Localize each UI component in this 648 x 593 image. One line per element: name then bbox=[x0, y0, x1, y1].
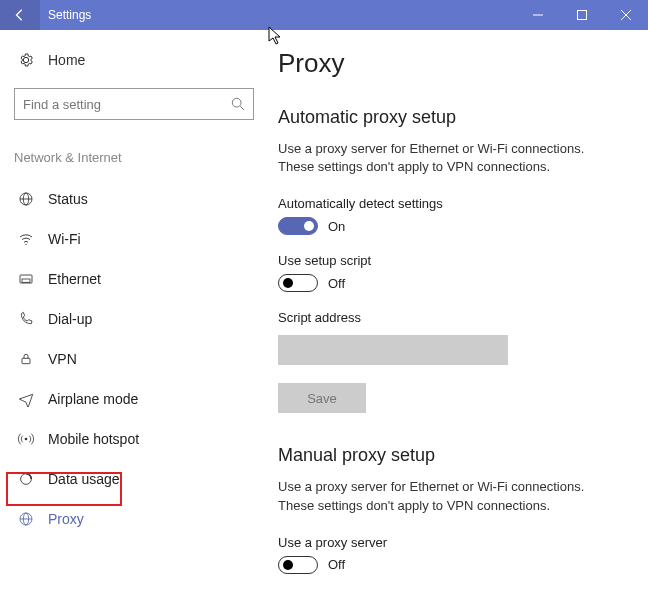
script-address-label: Script address bbox=[278, 310, 620, 325]
nav-list: Status Wi-Fi Ethernet Dial-up VPN Airpla… bbox=[14, 179, 268, 539]
search-field[interactable] bbox=[23, 97, 223, 112]
sidebar: Home Network & Internet Status Wi-Fi Eth… bbox=[0, 30, 268, 593]
page-title: Proxy bbox=[278, 48, 620, 79]
script-label: Use setup script bbox=[278, 253, 620, 268]
sidebar-item-label: Status bbox=[48, 191, 88, 207]
sidebar-item-label: Dial-up bbox=[48, 311, 92, 327]
svg-point-13 bbox=[25, 438, 28, 441]
home-button[interactable]: Home bbox=[14, 48, 268, 72]
sidebar-item-label: Mobile hotspot bbox=[48, 431, 139, 447]
svg-line-5 bbox=[240, 106, 244, 110]
sidebar-item-label: Airplane mode bbox=[48, 391, 138, 407]
detect-toggle[interactable] bbox=[278, 217, 318, 235]
sidebar-item-wifi[interactable]: Wi-Fi bbox=[14, 219, 268, 259]
globe-icon bbox=[14, 511, 38, 527]
sidebar-item-status[interactable]: Status bbox=[14, 179, 268, 219]
svg-point-9 bbox=[25, 244, 26, 245]
script-address-input[interactable] bbox=[278, 335, 508, 365]
manual-desc: Use a proxy server for Ethernet or Wi-Fi… bbox=[278, 478, 618, 514]
script-toggle[interactable] bbox=[278, 274, 318, 292]
arrow-left-icon bbox=[13, 8, 27, 22]
airplane-icon bbox=[14, 391, 38, 407]
globe-icon bbox=[14, 191, 38, 207]
svg-rect-1 bbox=[578, 11, 587, 20]
home-label: Home bbox=[48, 52, 85, 68]
use-proxy-state: Off bbox=[328, 557, 345, 572]
auto-desc: Use a proxy server for Ethernet or Wi-Fi… bbox=[278, 140, 618, 176]
detect-label: Automatically detect settings bbox=[278, 196, 620, 211]
phone-icon bbox=[14, 311, 38, 327]
maximize-icon bbox=[577, 10, 587, 20]
sidebar-item-vpn[interactable]: VPN bbox=[14, 339, 268, 379]
sidebar-item-ethernet[interactable]: Ethernet bbox=[14, 259, 268, 299]
sidebar-item-label: Proxy bbox=[48, 511, 84, 527]
sidebar-item-datausage[interactable]: Data usage bbox=[14, 459, 268, 499]
hotspot-icon bbox=[14, 431, 38, 447]
use-proxy-label: Use a proxy server bbox=[278, 535, 620, 550]
svg-point-4 bbox=[232, 98, 241, 107]
main-content: Proxy Automatic proxy setup Use a proxy … bbox=[268, 30, 648, 593]
vpn-icon bbox=[14, 351, 38, 367]
maximize-button[interactable] bbox=[560, 0, 604, 30]
sidebar-item-dialup[interactable]: Dial-up bbox=[14, 299, 268, 339]
sidebar-item-label: VPN bbox=[48, 351, 77, 367]
sidebar-item-label: Wi-Fi bbox=[48, 231, 81, 247]
sidebar-item-hotspot[interactable]: Mobile hotspot bbox=[14, 419, 268, 459]
window-title: Settings bbox=[48, 8, 91, 22]
save-button[interactable]: Save bbox=[278, 383, 366, 413]
back-button[interactable] bbox=[0, 0, 40, 30]
sidebar-item-proxy[interactable]: Proxy bbox=[14, 499, 268, 539]
sidebar-item-label: Data usage bbox=[48, 471, 120, 487]
svg-rect-12 bbox=[22, 358, 30, 363]
use-proxy-toggle[interactable] bbox=[278, 556, 318, 574]
minimize-icon bbox=[533, 10, 543, 20]
wifi-icon bbox=[14, 231, 38, 247]
close-button[interactable] bbox=[604, 0, 648, 30]
gear-icon bbox=[14, 52, 38, 68]
auto-heading: Automatic proxy setup bbox=[278, 107, 620, 128]
search-icon bbox=[231, 97, 245, 111]
svg-rect-11 bbox=[22, 279, 30, 282]
manual-heading: Manual proxy setup bbox=[278, 445, 620, 466]
titlebar: Settings bbox=[0, 0, 648, 30]
minimize-button[interactable] bbox=[516, 0, 560, 30]
search-input[interactable] bbox=[14, 88, 254, 120]
section-label: Network & Internet bbox=[14, 150, 268, 165]
close-icon bbox=[621, 10, 631, 20]
detect-state: On bbox=[328, 219, 345, 234]
sidebar-item-label: Ethernet bbox=[48, 271, 101, 287]
script-state: Off bbox=[328, 276, 345, 291]
ethernet-icon bbox=[14, 271, 38, 287]
sidebar-item-airplane[interactable]: Airplane mode bbox=[14, 379, 268, 419]
data-usage-icon bbox=[14, 471, 38, 487]
